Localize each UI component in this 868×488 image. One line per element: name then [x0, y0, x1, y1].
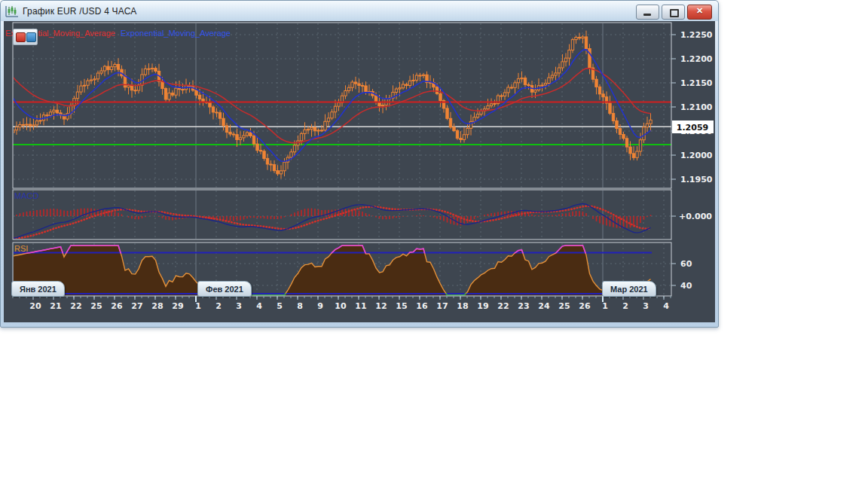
current-price-label: 1.2059	[677, 123, 708, 133]
ema-blue-legend-label: Exponential_Moving_Average	[121, 29, 231, 38]
close-button[interactable]: ✕	[687, 5, 712, 20]
minimize-button[interactable]	[636, 5, 659, 20]
time-axis-label: 28	[151, 301, 163, 311]
title-bar[interactable]: График EUR /USD 4 ЧАСА ✕	[1, 1, 718, 21]
blue-indicator-toggle[interactable]	[26, 32, 36, 42]
month-button-mar[interactable]: Мар 2021	[602, 281, 656, 297]
time-axis-label: 4	[256, 301, 262, 311]
chart-canvas[interactable]: 2021222526272829123458910111215161718192…	[4, 21, 715, 322]
time-axis-label: 2	[622, 301, 628, 311]
time-axis-label: 2	[215, 301, 222, 311]
time-axis-label: 1	[195, 301, 201, 311]
time-axis-label: 11	[355, 301, 366, 311]
time-axis-label: 1	[602, 301, 608, 311]
time-axis-label: 5	[277, 301, 283, 311]
time-axis-label: 25	[558, 301, 570, 311]
rsi-scale-label: 40	[680, 281, 692, 291]
page: График EUR /USD 4 ЧАСА ✕ 202122252627282…	[0, 0, 868, 488]
time-axis-label: 21	[50, 301, 61, 311]
time-axis-label: 22	[70, 301, 81, 311]
time-axis-label: 12	[375, 301, 387, 311]
macd-layer	[14, 204, 651, 239]
time-axis-label: 16	[416, 301, 428, 311]
price-axis-label: 1.2200	[680, 54, 713, 64]
indicator-toggle-box	[13, 29, 38, 45]
time-axis-label: 20	[29, 301, 41, 311]
rsi-scale-label: 60	[680, 259, 692, 269]
level-lines-layer	[13, 127, 671, 145]
close-icon: ✕	[688, 6, 711, 16]
time-axis-label: 26	[579, 301, 591, 311]
time-axis-label: 15	[396, 301, 407, 311]
time-axis-label: 19	[477, 301, 488, 311]
chart-window: График EUR /USD 4 ЧАСА ✕ 202122252627282…	[0, 0, 719, 328]
candles-layer	[12, 31, 652, 179]
time-axis-label: 9	[317, 301, 323, 311]
macd-zero-label: +0.000	[679, 212, 712, 221]
price-axis-label: 1.2100	[680, 102, 713, 112]
rsi-pane-label: RSI	[14, 244, 28, 253]
price-axis: 1.22501.22001.21501.21001.20501.20001.19…	[671, 30, 713, 291]
price-axis-label: 1.2000	[680, 151, 713, 160]
time-axis-label: 4	[663, 301, 669, 311]
month-button-jan[interactable]: Янв 2021	[11, 281, 65, 297]
minimize-icon	[643, 14, 651, 16]
time-axis-label: 22	[497, 301, 509, 311]
macd-pane-label: MACD	[14, 191, 38, 200]
time-axis-label: 3	[236, 301, 242, 311]
time-axis-label: 10	[335, 301, 347, 311]
current-price-badge: 1.2059	[672, 120, 714, 133]
month-button-feb[interactable]: Фев 2021	[197, 281, 252, 297]
time-axis-label: 29	[172, 301, 183, 311]
time-axis-label: 8	[297, 301, 303, 311]
time-axis: 2021222526272829123458910111215161718192…	[13, 296, 671, 311]
time-axis-label: 26	[111, 301, 123, 311]
price-axis-label: 1.2250	[680, 30, 713, 40]
time-axis-label: 25	[90, 301, 102, 311]
time-axis-label: 24	[538, 301, 550, 311]
time-axis-label: 27	[131, 301, 142, 311]
price-axis-label: 1.2150	[680, 78, 713, 88]
price-axis-label: 1.1950	[680, 175, 713, 185]
indicator-legend: Exponential_Moving_Average Exponential_M…	[5, 29, 231, 38]
time-axis-label: 3	[643, 301, 649, 311]
time-axis-label: 17	[436, 301, 448, 311]
time-axis-label: 23	[518, 301, 529, 311]
window-title: График EUR /USD 4 ЧАСА	[23, 6, 137, 17]
chart-area[interactable]: 2021222526272829123458910111215161718192…	[4, 21, 715, 322]
candlestick-chart-icon	[5, 5, 19, 17]
time-axis-label: 18	[457, 301, 468, 311]
restore-button[interactable]	[662, 5, 685, 20]
red-indicator-toggle[interactable]	[16, 32, 26, 42]
restore-icon	[670, 9, 679, 17]
